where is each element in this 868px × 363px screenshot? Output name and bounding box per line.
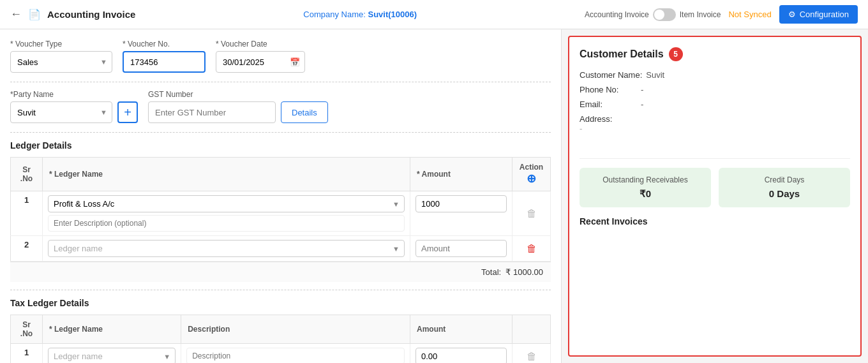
tax-ledger-select-1[interactable]: Ledger name [48,348,176,363]
invoice-toggle-group: Accounting Invoice Item Invoice [585,8,721,21]
sync-status: Not Synced [728,10,771,19]
party-name-select[interactable]: Suvit [10,101,112,123]
tax-sr-1: 1 [24,348,29,357]
sr-2: 2 [24,240,29,249]
page-title: Accounting Invoice [47,9,135,20]
amount-input-1[interactable] [415,195,507,212]
outstanding-card: Outstanding Receivables ₹0 [580,168,711,207]
invoice-type-toggle[interactable] [653,8,676,21]
credit-days-value: 0 Days [729,188,840,199]
tax-amount-1[interactable] [415,348,507,363]
delete-row-1[interactable]: 🗑 [527,208,537,219]
company-name: Suvit(10006) [368,10,417,19]
address-label: Address: [580,114,612,124]
config-icon: ⚙ [788,10,796,19]
tax-ledger-title: Tax Ledger Details [10,298,551,308]
col-ledger: * Ledger Name [43,158,410,191]
email-label: Email: [580,100,637,109]
tax-col-action [513,315,551,344]
ledger-name-select-2[interactable]: Ledger name [48,240,405,257]
address-value: - [580,124,850,149]
voucher-type-select[interactable]: Sales [10,51,112,73]
tax-col-description: Description [181,315,410,344]
outstanding-label: Outstanding Receivables [590,175,701,184]
col-action: Action ⊕ [513,158,551,191]
customer-name-row: Customer Name: Suvit [580,70,850,80]
total-label: Total: [481,267,501,277]
tax-col-amount: Amount [410,315,513,344]
customer-details-header: Customer Details 5 [580,47,850,61]
gst-label: GST Number [148,90,328,99]
party-name-label: *Party Name [10,90,138,99]
total-row: Total: ₹ 1000.00 [10,262,551,282]
info-cards: Outstanding Receivables ₹0 Credit Days 0… [580,168,850,207]
ledger-desc-1[interactable] [48,215,405,232]
email-value: - [641,100,643,109]
ledger-table: Sr .No * Ledger Name * Amount Action ⊕ 1 [10,157,551,262]
phone-value: - [641,85,643,94]
credit-days-label: Credit Days [729,175,840,184]
outstanding-value: ₹0 [590,188,701,200]
add-party-button[interactable]: + [117,101,138,123]
recent-invoices-title: Recent Invoices [580,216,850,226]
phone-label: Phone No: [580,85,637,94]
calendar-icon: 📅 [290,57,300,67]
customer-name-label: Customer Name: [580,70,642,80]
amount-input-2[interactable] [415,240,507,257]
phone-row: Phone No: - [580,85,850,94]
voucher-type-label: * Voucher Type [10,40,112,48]
customer-details-title: Customer Details [580,48,664,60]
voucher-date-label: * Voucher Date [216,40,305,48]
ledger-section-title: Ledger Details [10,140,551,151]
ledger-name-select-1[interactable]: Profit & Loss A/c [48,195,405,212]
page-icon: 📄 [28,8,41,20]
tax-desc-1[interactable] [186,348,405,363]
add-ledger-icon[interactable]: ⊕ [527,172,536,185]
left-panel: * Voucher Type Sales ▼ * Voucher No. * V… [0,29,562,363]
tax-delete-row-1[interactable]: 🗑 [527,351,537,362]
sr-1: 1 [24,195,29,205]
email-row: Email: - [580,100,850,109]
customer-name-value: Suvit [646,70,664,80]
tax-ledger-table: Sr .No * Ledger Name Description Amount … [10,315,551,363]
voucher-no-input[interactable] [123,51,206,73]
customer-panel: Customer Details 5 Customer Name: Suvit … [568,36,862,357]
credit-days-card: Credit Days 0 Days [719,168,850,207]
col-sr: Sr .No [11,158,43,191]
details-button[interactable]: Details [281,101,328,123]
back-button[interactable]: ← [10,8,22,21]
tax-col-sr: Sr .No [11,315,43,344]
customer-badge: 5 [669,47,683,61]
item-invoice-label: Item Invoice [680,10,721,19]
total-value: ₹ 1000.00 [505,267,543,277]
ledger-row-1: 1 Profit & Loss A/c ▼ [11,191,551,236]
delete-row-2[interactable]: 🗑 [527,243,537,255]
col-amount: * Amount [410,158,513,191]
tax-col-ledger: * Ledger Name [43,315,181,344]
top-navbar: ← 📄 Accounting Invoice Company Name: Suv… [0,0,868,29]
address-section: Address: - [580,114,850,149]
tax-ledger-row-1: 1 Ledger name ▼ [11,344,551,364]
ledger-row-2: 2 Ledger name ▼ 🗑 [11,236,551,262]
gst-input[interactable] [148,101,276,123]
accounting-invoice-label: Accounting Invoice [585,10,649,19]
company-info: Company Name: Suvit(10006) [303,10,417,19]
voucher-no-label: * Voucher No. [123,40,206,48]
configuration-button[interactable]: ⚙ Configuration [779,5,858,24]
